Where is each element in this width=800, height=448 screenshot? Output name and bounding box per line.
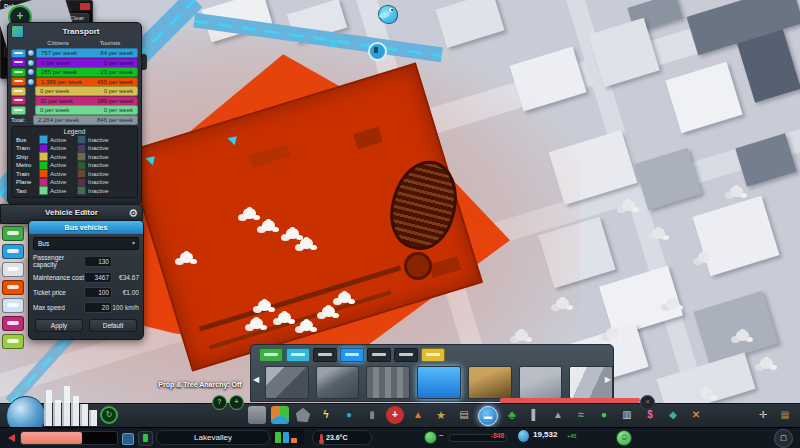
tab-taxi[interactable] xyxy=(421,348,445,362)
close-icon[interactable] xyxy=(80,3,90,10)
metro-usage-bar[interactable]: 285 per week 23 per week xyxy=(36,67,138,77)
panel-toggle-button[interactable] xyxy=(640,395,655,410)
ship-depot-thumbnail[interactable] xyxy=(417,366,461,399)
legend-row-bus: Bus Active Inactive xyxy=(14,136,135,145)
add-button[interactable]: + xyxy=(229,395,244,410)
police-icon[interactable] xyxy=(432,406,450,424)
temperature-chip[interactable]: 23.6°C xyxy=(312,430,372,445)
parks-icon[interactable] xyxy=(503,406,521,424)
locate-icon[interactable] xyxy=(27,49,35,57)
water-icon[interactable] xyxy=(340,406,358,424)
chirper-icon[interactable] xyxy=(376,2,400,24)
info-chip-icon[interactable] xyxy=(122,433,134,445)
apply-button[interactable]: Apply xyxy=(35,319,83,332)
asset-scrollbar[interactable] xyxy=(500,398,640,403)
taxi-usage-bar[interactable]: 0 per week 0 per week xyxy=(35,105,138,115)
locate-icon[interactable] xyxy=(27,68,35,76)
transport-row-ship[interactable]: 0 per week 0 per week xyxy=(11,87,138,95)
inactive-swatch[interactable] xyxy=(77,135,86,144)
public-transport-icon[interactable] xyxy=(478,406,498,426)
rci-demand-bars[interactable] xyxy=(272,429,304,445)
inactive-swatch[interactable] xyxy=(77,152,86,161)
transport-row-taxi[interactable]: 0 per week 0 per week xyxy=(11,106,138,114)
bus-vehicles-header[interactable]: Bus vehicles xyxy=(29,221,143,234)
vehicle-dropdown[interactable]: Bus xyxy=(33,237,139,250)
category-plane-button[interactable] xyxy=(2,316,24,331)
education-icon[interactable] xyxy=(455,406,473,424)
active-swatch[interactable] xyxy=(39,152,48,161)
milestone-button[interactable]: ↻ xyxy=(100,406,118,424)
budget-slider-knob[interactable] xyxy=(424,431,437,444)
gear-icon[interactable]: ⚙ xyxy=(128,207,138,220)
transport-row-plane[interactable]: 32 per week 189 per week xyxy=(11,97,138,105)
dock-thumbnail[interactable] xyxy=(519,366,563,399)
landscaping-icon[interactable] xyxy=(572,406,590,424)
scroll-right-button[interactable]: ▶ xyxy=(605,375,611,384)
tram-usage-bar[interactable]: 0 per week 0 per week xyxy=(36,58,138,68)
tab-ferry[interactable] xyxy=(394,348,418,362)
fire-department-icon[interactable] xyxy=(409,406,427,424)
active-swatch[interactable] xyxy=(39,135,48,144)
tab-bus[interactable] xyxy=(259,348,283,362)
active-swatch[interactable] xyxy=(39,169,48,178)
category-bus-button[interactable] xyxy=(2,226,24,241)
harbor-thumbnail[interactable] xyxy=(265,366,309,399)
category-metro-button[interactable] xyxy=(2,262,24,277)
zoning-icon[interactable] xyxy=(271,406,289,424)
plane-usage-bar[interactable]: 32 per week 189 per week xyxy=(35,96,138,106)
move-it-icon[interactable] xyxy=(754,406,772,424)
transport-titlebar[interactable]: Transport xyxy=(8,23,141,40)
inactive-swatch[interactable] xyxy=(77,186,86,195)
category-taxi-button[interactable] xyxy=(2,334,24,349)
train-usage-bar[interactable]: 1,386 per week 455 per week xyxy=(36,77,138,87)
bus-usage-bar[interactable]: 757 per week 84 per week xyxy=(36,48,138,58)
field-input[interactable]: 3467 xyxy=(84,272,112,283)
transport-row-metro[interactable]: 285 per week 23 per week xyxy=(11,68,138,76)
category-ship-button[interactable] xyxy=(2,298,24,313)
tab-plane[interactable] xyxy=(367,348,391,362)
category-train-button[interactable] xyxy=(2,280,24,295)
legend-mode: Metro xyxy=(16,162,37,168)
map-tree xyxy=(730,186,743,197)
transport-row-bus[interactable]: 757 per week 84 per week xyxy=(11,49,138,57)
terrain-icon[interactable] xyxy=(664,406,682,424)
help-button[interactable]: ? xyxy=(212,395,227,410)
scroll-left-button[interactable]: ◀ xyxy=(253,375,259,384)
wonders-icon[interactable] xyxy=(549,406,567,424)
bundle-icon[interactable] xyxy=(776,406,794,424)
inactive-label: Inactive xyxy=(88,154,113,160)
electricity-icon[interactable] xyxy=(317,406,335,424)
anarchy-toggle-icon[interactable] xyxy=(687,406,705,424)
locate-icon[interactable] xyxy=(27,59,35,67)
active-swatch[interactable] xyxy=(39,186,48,195)
field-input[interactable]: 20 xyxy=(84,302,112,313)
monuments-icon[interactable] xyxy=(526,406,544,424)
free-camera-button[interactable]: ▢ xyxy=(774,429,793,448)
healthcare-icon[interactable] xyxy=(386,406,404,424)
population-value[interactable]: 19,532 xyxy=(533,430,557,439)
locate-icon[interactable] xyxy=(27,78,35,86)
field-input[interactable]: 130 xyxy=(84,256,112,267)
map-building xyxy=(735,133,796,186)
transport-row-tram[interactable]: 0 per week 0 per week xyxy=(11,59,138,67)
piers-thumbnail[interactable] xyxy=(366,366,410,399)
transport-stop-icon[interactable] xyxy=(368,42,387,61)
districts-icon[interactable] xyxy=(294,406,312,424)
minus-icon[interactable]: − xyxy=(439,431,444,440)
ship-usage-bar[interactable]: 0 per week 0 per week xyxy=(35,86,138,96)
tab-ship[interactable] xyxy=(340,348,364,362)
garbage-icon[interactable] xyxy=(363,406,381,424)
wooden-pier-thumbnail[interactable] xyxy=(468,366,512,399)
inactive-swatch[interactable] xyxy=(77,169,86,178)
cargo-harbor-thumbnail[interactable] xyxy=(316,366,360,399)
roads-icon[interactable] xyxy=(248,406,266,424)
policies-icon[interactable] xyxy=(618,406,636,424)
natural-resources-icon[interactable] xyxy=(595,406,613,424)
tab-tram[interactable] xyxy=(286,348,310,362)
category-tram-button[interactable] xyxy=(2,244,24,259)
default-button[interactable]: Default xyxy=(89,319,137,332)
field-input[interactable]: 100 xyxy=(84,287,112,298)
transport-row-train[interactable]: 1,386 per week 455 per week xyxy=(11,78,138,86)
rewind-icon[interactable] xyxy=(8,434,15,442)
tab-train[interactable] xyxy=(313,348,337,362)
